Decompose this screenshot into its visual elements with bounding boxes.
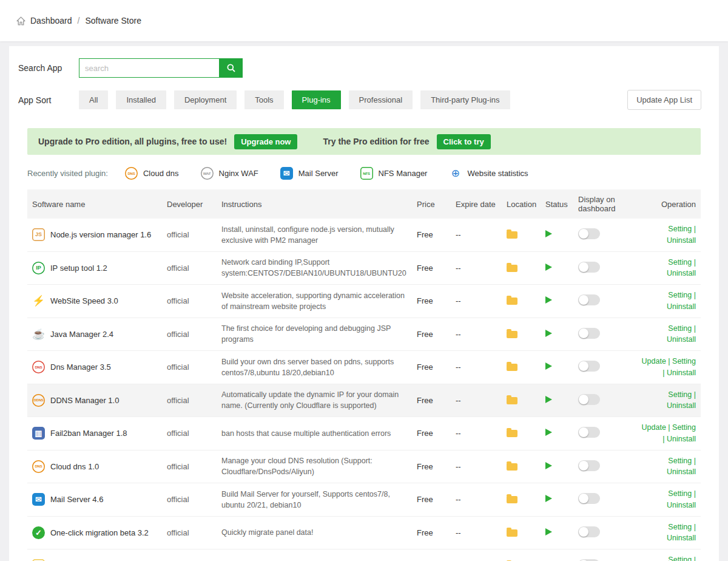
instructions-cell: Install, uninstall, configure node.js ve…: [217, 219, 412, 251]
cloud-dns-icon: DNS: [32, 460, 45, 473]
operation-update-link[interactable]: Update: [642, 357, 666, 365]
expire-date-cell: --: [451, 457, 502, 476]
operation-setting-link[interactable]: Setting: [668, 291, 692, 299]
folder-icon[interactable]: [507, 265, 517, 272]
operation-setting-link[interactable]: Setting: [668, 556, 692, 561]
price-cell: Free: [412, 424, 451, 443]
home-icon[interactable]: [16, 16, 26, 26]
column-header-status: Status: [541, 195, 573, 214]
search-input[interactable]: [79, 58, 219, 78]
display-on-dashboard-cell: [573, 455, 634, 478]
folder-icon[interactable]: [507, 364, 517, 371]
operation-cell: Setting | Uninstall: [634, 517, 701, 549]
app-sort-label: App Sort: [18, 95, 79, 105]
dashboard-toggle[interactable]: [578, 294, 600, 305]
operation-setting-link[interactable]: Setting: [668, 225, 692, 233]
software-name: DDNS Manager 1.0: [50, 396, 119, 405]
operation-uninstall-link[interactable]: Uninstall: [667, 501, 696, 509]
software-name-cell: ✉Mail Server 4.6: [27, 488, 162, 511]
breadcrumb-dashboard[interactable]: Dashboard: [30, 16, 72, 25]
banner-upgrade-text: Upgrade to Pro edition, all plugins, fre…: [38, 137, 227, 146]
instructions-cell: Website acceleration, supporting dynamic…: [217, 285, 412, 317]
folder-icon[interactable]: [507, 496, 517, 503]
operation-uninstall-link[interactable]: Uninstall: [667, 269, 696, 277]
app-sort-tabs: AllInstalledDeploymentToolsPlug-insProfe…: [79, 90, 510, 109]
search-button[interactable]: [219, 58, 243, 78]
click-to-try-button[interactable]: Click to try: [437, 134, 491, 149]
operation-setting-link[interactable]: Setting: [668, 390, 692, 399]
expire-date-cell: --: [451, 424, 502, 443]
dashboard-toggle[interactable]: [578, 394, 600, 405]
instructions-cell: Build your own dns server based on pdns,…: [217, 352, 412, 383]
dashboard-toggle[interactable]: [578, 526, 600, 537]
software-name-cell: ▥Fail2ban Manager 1.8: [27, 422, 162, 444]
status-cell: [541, 523, 573, 542]
display-on-dashboard-cell: [573, 389, 634, 412]
operation-uninstall-link[interactable]: Uninstall: [667, 302, 696, 311]
search-app-label: Search App: [18, 63, 79, 73]
folder-icon[interactable]: [507, 463, 517, 471]
software-name-cell: IPIP setup tool 1.2: [27, 257, 162, 279]
folder-icon[interactable]: [507, 231, 517, 239]
software-table: Software nameDeveloperInstructionsPriceE…: [27, 189, 701, 561]
sort-tab-plug-ins[interactable]: Plug-ins: [292, 90, 341, 109]
dashboard-toggle[interactable]: [578, 361, 600, 372]
dashboard-toggle[interactable]: [578, 262, 600, 273]
column-header-software-name: Software name: [27, 195, 162, 214]
sort-tab-all[interactable]: All: [79, 90, 108, 109]
operation-setting-link[interactable]: Setting: [668, 523, 692, 531]
running-status-icon: [545, 528, 552, 536]
pro-banner: Upgrade to Pro edition, all plugins, fre…: [27, 128, 701, 155]
operation-setting-link[interactable]: Setting: [668, 324, 692, 333]
recent-plugin-cloud-dns[interactable]: DNSCloud dns: [125, 167, 179, 180]
folder-icon[interactable]: [507, 298, 517, 305]
operation-setting-link[interactable]: Setting: [672, 423, 696, 432]
sort-tab-third-party-plug-ins[interactable]: Third-party Plug-ins: [420, 90, 510, 109]
operation-setting-link[interactable]: Setting: [668, 457, 692, 465]
operation-uninstall-link[interactable]: Uninstall: [667, 369, 696, 377]
dashboard-toggle[interactable]: [578, 228, 600, 239]
recent-plugin-mail-server[interactable]: ✉Mail Server: [280, 167, 339, 180]
update-app-list-button[interactable]: Update App List: [627, 90, 701, 110]
dashboard-toggle[interactable]: [578, 493, 600, 504]
status-cell: [541, 291, 573, 310]
operation-setting-link[interactable]: Setting: [668, 258, 692, 267]
operation-uninstall-link[interactable]: Uninstall: [667, 401, 696, 410]
price-cell: Free: [412, 490, 451, 509]
folder-icon[interactable]: [507, 430, 517, 437]
display-on-dashboard-cell: [573, 323, 634, 345]
dashboard-toggle[interactable]: [578, 427, 600, 438]
folder-icon[interactable]: [507, 529, 517, 537]
operation-uninstall-link[interactable]: Uninstall: [667, 335, 696, 344]
folder-icon[interactable]: [507, 331, 517, 338]
operation-setting-link[interactable]: Setting: [672, 357, 696, 365]
recent-plugin-nfs-manager[interactable]: NFSNFS Manager: [360, 167, 428, 180]
operation-update-link[interactable]: Update: [642, 423, 666, 432]
operation-setting-link[interactable]: Setting: [668, 489, 692, 498]
table-row: IPIP setup tool 1.2officialNetwork card …: [27, 252, 701, 285]
operation-uninstall-link[interactable]: Uninstall: [667, 467, 696, 476]
location-cell: [502, 489, 541, 510]
operation-uninstall-link[interactable]: Uninstall: [667, 236, 696, 245]
recent-plugin-website-statistics[interactable]: ⊕Website statistics: [449, 167, 528, 180]
banner-try-text: Try the Pro edition for free: [323, 137, 429, 146]
software-name: Dns Manager 3.5: [50, 362, 111, 372]
sort-tab-tools[interactable]: Tools: [244, 90, 283, 109]
sort-tab-deployment[interactable]: Deployment: [174, 90, 237, 109]
upgrade-now-button[interactable]: Upgrade now: [234, 134, 297, 149]
operation-uninstall-link[interactable]: Uninstall: [667, 435, 696, 443]
expire-date-cell: --: [451, 325, 502, 344]
developer-cell: official: [162, 325, 217, 344]
sort-tab-installed[interactable]: Installed: [116, 90, 166, 109]
recent-plugin-nginx-waf[interactable]: WAFNginx WAF: [201, 167, 258, 180]
recent-plugin-label: Website statistics: [467, 169, 528, 178]
developer-cell: official: [162, 291, 217, 310]
location-cell: [502, 555, 541, 561]
dashboard-toggle[interactable]: [578, 328, 600, 339]
sort-tab-professional[interactable]: Professional: [349, 90, 413, 109]
folder-icon[interactable]: [507, 397, 517, 404]
dashboard-toggle[interactable]: [578, 460, 600, 471]
recent-plugin-label: Nginx WAF: [219, 169, 258, 178]
operation-uninstall-link[interactable]: Uninstall: [667, 534, 696, 542]
table-row: DNSDns Manager 3.5officialBuild your own…: [27, 351, 701, 384]
